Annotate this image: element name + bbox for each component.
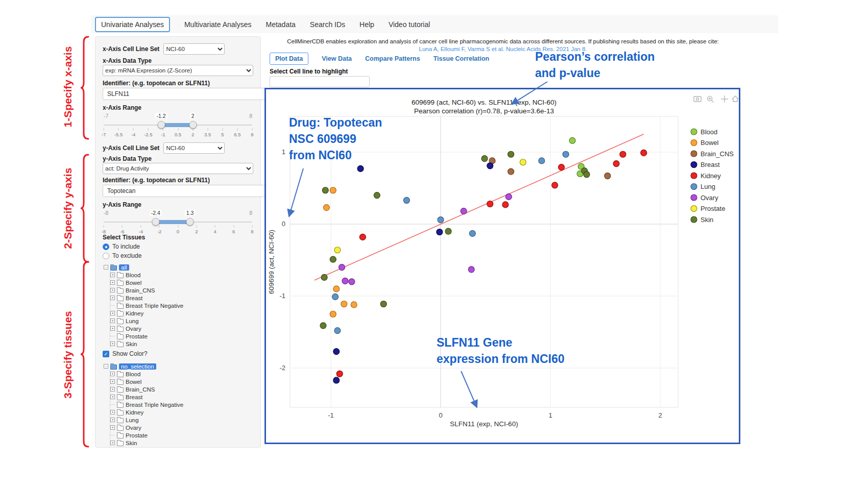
expand-icon[interactable]: + bbox=[110, 379, 115, 384]
tissue-node-kidney[interactable]: +Kidney bbox=[110, 309, 255, 317]
reset-axes-icon[interactable] bbox=[732, 96, 738, 102]
data-point-bowel[interactable] bbox=[330, 311, 336, 317]
radio-to-include[interactable]: To include bbox=[103, 243, 253, 250]
tissue-node-prostate[interactable]: Prostate bbox=[110, 332, 255, 340]
data-point-kidney[interactable] bbox=[487, 201, 493, 207]
data-point-lung[interactable] bbox=[539, 158, 545, 164]
expand-icon[interactable]: + bbox=[110, 280, 115, 285]
legend-item-bowel[interactable]: Bowel bbox=[691, 139, 719, 147]
expand-icon[interactable]: + bbox=[110, 311, 115, 315]
legend-item-prostate[interactable]: Prostate bbox=[691, 205, 725, 212]
slider-handle-from[interactable] bbox=[152, 218, 159, 226]
tab-view-data[interactable]: View Data bbox=[322, 55, 352, 62]
tab-plot-data[interactable]: Plot Data bbox=[270, 53, 308, 65]
expand-icon[interactable]: + bbox=[110, 341, 115, 346]
tissue-tree-root-all[interactable]: -all bbox=[104, 263, 255, 271]
expand-icon[interactable]: + bbox=[110, 425, 115, 430]
data-point-skin[interactable] bbox=[508, 151, 514, 157]
data-point-kidney[interactable] bbox=[620, 151, 626, 157]
data-point-skin[interactable] bbox=[374, 192, 380, 199]
nav-multivariate-analyses[interactable]: Multivariate Analyses bbox=[184, 20, 252, 29]
data-point-skin[interactable] bbox=[321, 274, 327, 280]
tissue-node-skin[interactable]: +Skin bbox=[110, 439, 255, 447]
legend-item-breast[interactable]: Breast bbox=[691, 161, 720, 168]
data-point-lung[interactable] bbox=[334, 328, 341, 334]
pan-icon[interactable] bbox=[721, 95, 728, 103]
data-point-ovary[interactable] bbox=[505, 193, 512, 200]
y-axis-cell-line-set-select[interactable]: NCI-60 bbox=[163, 142, 225, 154]
data-point-lung[interactable] bbox=[469, 230, 475, 236]
tissue-node-ovary[interactable]: +Ovary bbox=[110, 325, 255, 332]
collapse-icon[interactable]: - bbox=[104, 364, 108, 369]
expand-icon[interactable]: + bbox=[110, 288, 115, 292]
radio-button-icon[interactable] bbox=[103, 243, 109, 250]
legend-item-ovary[interactable]: Ovary bbox=[691, 194, 718, 202]
tissue-node-bowel[interactable]: +Bowel bbox=[110, 279, 255, 286]
slider-handle-from[interactable] bbox=[157, 121, 165, 129]
data-point-kidney[interactable] bbox=[641, 150, 647, 156]
data-point-bowel[interactable] bbox=[323, 205, 329, 211]
expand-icon[interactable]: + bbox=[110, 395, 115, 399]
tab-tissue-correlation[interactable]: Tissue Correlation bbox=[433, 55, 490, 62]
expand-icon[interactable]: + bbox=[110, 441, 115, 445]
tissue-tree-root-no-selection[interactable]: -no_selection bbox=[104, 362, 255, 370]
data-point-skin[interactable] bbox=[584, 172, 590, 178]
legend-item-blood[interactable]: Blood bbox=[691, 128, 717, 136]
camera-icon[interactable] bbox=[694, 96, 701, 102]
expand-icon[interactable]: + bbox=[110, 387, 115, 392]
slider-selected-range[interactable] bbox=[161, 123, 193, 127]
expand-icon[interactable]: + bbox=[110, 319, 115, 323]
data-point-ovary[interactable] bbox=[349, 279, 355, 285]
tissue-node-breast-triple-negative[interactable]: Breast Triple Negative bbox=[110, 401, 255, 408]
tab-compare-patterns[interactable]: Compare Patterns bbox=[365, 55, 420, 62]
data-point-lung[interactable] bbox=[563, 151, 569, 157]
show-color-checkbox-row[interactable]: ✓ Show Color? bbox=[103, 350, 253, 357]
tissue-node-kidney[interactable]: +Kidney bbox=[110, 408, 255, 416]
legend-item-kidney[interactable]: Kidney bbox=[691, 172, 721, 180]
data-point-ovary[interactable] bbox=[342, 278, 348, 284]
data-point-skin[interactable] bbox=[320, 323, 326, 329]
citation-link[interactable]: Luna A, Elloumi F, Varma S et al. Nuclei… bbox=[266, 45, 740, 53]
data-point-prostate[interactable] bbox=[520, 159, 526, 165]
tissue-node-brain-cns[interactable]: +Brain_CNS bbox=[110, 286, 255, 294]
data-point-skin[interactable] bbox=[330, 256, 336, 262]
tissue-node-breast-triple-negative[interactable]: Breast Triple Negative bbox=[110, 302, 255, 309]
x-axis-cell-line-set-select[interactable]: NCI-60 bbox=[163, 43, 225, 55]
y-axis-identifier-input[interactable] bbox=[103, 185, 268, 197]
data-point-kidney[interactable] bbox=[613, 161, 619, 167]
expand-icon[interactable]: + bbox=[110, 372, 115, 376]
x-axis-identifier-input[interactable] bbox=[103, 88, 268, 100]
tissue-node-breast[interactable]: +Breast bbox=[110, 393, 255, 401]
tissue-node-lung[interactable]: +Lung bbox=[110, 317, 255, 325]
data-point-ovary[interactable] bbox=[468, 266, 474, 273]
tissue-node-bowel[interactable]: +Bowel bbox=[110, 378, 255, 385]
data-point-skin[interactable] bbox=[380, 301, 387, 307]
data-point-bowel[interactable] bbox=[333, 286, 340, 292]
legend-item-skin[interactable]: Skin bbox=[691, 216, 713, 224]
checkbox-checked-icon[interactable]: ✓ bbox=[103, 351, 109, 357]
x-axis-data-type-select[interactable]: exp: mRNA Expression (Z-Score) bbox=[103, 65, 253, 76]
nav-metadata[interactable]: Metadata bbox=[266, 20, 295, 29]
nav-help[interactable]: Help bbox=[359, 20, 374, 29]
data-point-breast[interactable] bbox=[333, 349, 340, 355]
legend-item-lung[interactable]: Lung bbox=[691, 183, 715, 190]
x-axis-range-slider[interactable]: -78-1.22-7-5.5-4-2.5-10.523.556.58 bbox=[104, 111, 252, 141]
radio-to-exclude[interactable]: To exclude bbox=[103, 252, 253, 259]
data-point-kidney[interactable] bbox=[336, 371, 343, 377]
tissue-node-lung[interactable]: +Lung bbox=[110, 416, 255, 424]
expand-icon[interactable]: + bbox=[110, 273, 115, 277]
tissue-node-ovary[interactable]: +Ovary bbox=[110, 424, 255, 431]
nav-univariate-analyses[interactable]: Univariate Analyses bbox=[95, 17, 170, 32]
slider-handle-to[interactable] bbox=[189, 121, 197, 129]
data-point-bowel[interactable] bbox=[330, 187, 336, 193]
data-point-bowel[interactable] bbox=[351, 302, 357, 308]
highlight-cell-line-input[interactable] bbox=[270, 76, 370, 87]
zoom-in-icon[interactable] bbox=[707, 96, 713, 102]
data-point-kidney[interactable] bbox=[552, 182, 558, 188]
expand-icon[interactable]: + bbox=[110, 410, 115, 414]
data-point-skin[interactable] bbox=[481, 156, 488, 162]
data-point-brain-cns[interactable] bbox=[605, 173, 611, 179]
data-point-breast[interactable] bbox=[437, 229, 443, 235]
legend-item-brain-cns[interactable]: Brain_CNS bbox=[691, 150, 734, 158]
data-point-brain-cns[interactable] bbox=[508, 168, 514, 175]
